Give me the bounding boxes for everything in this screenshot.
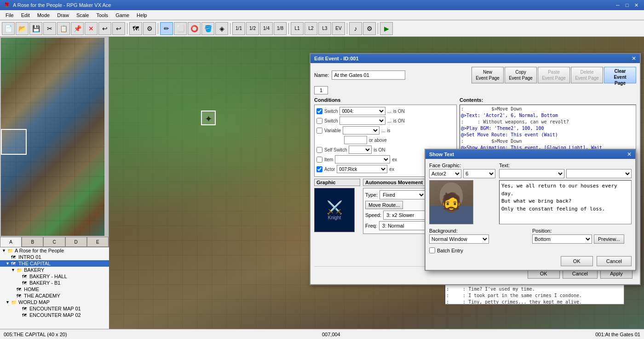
preview-btn[interactable]: Preview...: [594, 234, 624, 244]
rect-btn[interactable]: ⬜: [174, 22, 187, 35]
tree-root[interactable]: ▼ 📁 A Rose for the People: [0, 247, 109, 254]
tree-item-world-map[interactable]: ▼ 📁 WORLD MAP: [0, 299, 109, 305]
cut-btn[interactable]: ✂: [43, 22, 56, 35]
tile-panel: A B C D E ▼ 📁 A Rose for the People 🗺 IN…: [0, 37, 109, 329]
switch1-check[interactable]: [316, 108, 322, 114]
self-switch-check[interactable]: [316, 147, 322, 153]
music-btn[interactable]: ♪: [349, 22, 362, 35]
map-btn[interactable]: 🗺: [129, 22, 142, 35]
title-bar-controls[interactable]: ─ □ ✕: [614, 1, 640, 9]
background-combo[interactable]: Normal Window: [429, 234, 489, 244]
self-switch-combo[interactable]: [349, 146, 372, 154]
new-project-btn[interactable]: 📄: [2, 22, 15, 35]
maximize-button[interactable]: □: [623, 1, 631, 9]
redo-btn[interactable]: ↩: [112, 22, 125, 35]
graphic-box[interactable]: ⚔️ Knight: [314, 188, 355, 232]
item-combo[interactable]: [335, 155, 390, 164]
tree-item-encounter02[interactable]: 🗺 ENCOUNTER MAP 02: [0, 312, 109, 318]
tree-item-bakery[interactable]: ▼ 📁 BAKERY: [0, 267, 109, 273]
settings-btn[interactable]: ⚙: [363, 22, 376, 35]
copy-btn2[interactable]: 📋: [57, 22, 70, 35]
save-btn[interactable]: 💾: [29, 22, 42, 35]
contents-box[interactable]: : $>Move Down @>Text: 'Actor2', 6, Norma…: [460, 105, 636, 151]
tile-tab-a[interactable]: A: [0, 237, 22, 247]
switch1-combo[interactable]: 0004:: [339, 107, 385, 115]
event-btn[interactable]: ⚙: [143, 22, 156, 35]
type-combo[interactable]: Fixed: [380, 190, 426, 199]
show-text-close-btn[interactable]: ✕: [627, 151, 632, 158]
menu-edit[interactable]: Edit: [17, 12, 34, 19]
switch1-ellipsis[interactable]: ...: [387, 109, 391, 114]
variable-check[interactable]: [316, 128, 322, 134]
layer1-btn[interactable]: L1: [291, 22, 304, 35]
conditions-title: Conditions: [314, 97, 457, 103]
switch2-ellipsis[interactable]: ...: [387, 118, 391, 123]
text-combo2[interactable]: [566, 169, 632, 178]
face-combo1[interactable]: Actor2: [429, 169, 461, 178]
item-check[interactable]: [316, 157, 322, 163]
tree-item-encounter01[interactable]: 🗺 ENCOUNTER MAP 01: [0, 305, 109, 312]
tree-label-capital: THE CAPITAL: [18, 261, 51, 266]
pencil-btn[interactable]: ✏: [160, 22, 173, 35]
tile-palette[interactable]: [1, 38, 104, 236]
menu-mode[interactable]: Mode: [34, 12, 54, 19]
text-combo1[interactable]: [499, 169, 564, 178]
position-combo[interactable]: Bottom: [532, 234, 592, 244]
tile-tab-e[interactable]: E: [87, 237, 109, 247]
zoom-half-btn[interactable]: 1/2: [246, 22, 259, 35]
actor-check[interactable]: [316, 166, 322, 172]
play-btn[interactable]: ▶: [380, 22, 393, 35]
menu-scale[interactable]: Scale: [73, 12, 93, 19]
show-text-ok-btn[interactable]: OK: [561, 256, 593, 266]
zoom-quarter-btn[interactable]: 1/4: [260, 22, 273, 35]
variable-combo[interactable]: [343, 126, 380, 134]
copy-event-page-btn[interactable]: CopyEvent Page: [505, 67, 537, 83]
shadow-btn[interactable]: ◈: [215, 22, 228, 35]
switch2-check[interactable]: [316, 118, 322, 124]
new-event-page-btn[interactable]: NewEvent Page: [472, 67, 504, 83]
delete-btn2[interactable]: ✕: [85, 22, 98, 35]
undo-btn[interactable]: ↩: [98, 22, 111, 35]
tile-tab-b[interactable]: B: [22, 237, 43, 247]
batch-check[interactable]: [429, 247, 435, 253]
face-combo2[interactable]: 6: [463, 169, 495, 178]
tile-tab-d[interactable]: D: [65, 237, 87, 247]
tree-item-intro01[interactable]: 🗺 INTRO 01: [0, 254, 109, 260]
tree-item-capital[interactable]: ▼ 🗺 THE CAPITAL: [0, 260, 109, 267]
graphic-title: Graphic: [314, 179, 360, 186]
face-graphic-box[interactable]: 👴 🧔: [429, 180, 473, 224]
fill-btn[interactable]: 🪣: [201, 22, 214, 35]
paste-event-page-btn[interactable]: PasteEvent Page: [538, 67, 570, 83]
tree-item-bakery-b1[interactable]: 🗺 BAKERY - B1: [0, 280, 109, 286]
switch2-combo[interactable]: [339, 117, 385, 125]
layer2-btn[interactable]: L2: [305, 22, 317, 35]
show-text-cancel-btn[interactable]: Cancel: [597, 256, 632, 266]
text-content-area[interactable]: Yes, we all return to our houses every d…: [499, 180, 632, 224]
tree-item-bakery-hall[interactable]: 🗺 BAKERY - HALL: [0, 273, 109, 280]
event-layer-btn[interactable]: EV: [332, 22, 345, 35]
tree-item-academy[interactable]: 🗺 THE ACADEMY: [0, 292, 109, 299]
layer3-btn[interactable]: L3: [318, 22, 331, 35]
menu-draw[interactable]: Draw: [53, 12, 73, 19]
delete-event-page-btn[interactable]: DeleteEvent Page: [571, 67, 603, 83]
minimize-button[interactable]: ─: [614, 1, 622, 9]
move-route-btn[interactable]: Move Route...: [365, 201, 403, 209]
menu-game[interactable]: Game: [112, 12, 133, 19]
paste-btn2[interactable]: 📌: [71, 22, 84, 35]
open-btn[interactable]: 📂: [16, 22, 29, 35]
circle-btn[interactable]: ⭕: [188, 22, 201, 35]
edit-event-close-btn[interactable]: ✕: [632, 55, 636, 62]
zoom-1x-btn[interactable]: 1/1: [232, 22, 245, 35]
clear-event-page-btn[interactable]: ClearEvent Page: [604, 67, 636, 83]
zoom-eighth-btn[interactable]: 1/8: [274, 22, 287, 35]
menu-tools[interactable]: Tools: [92, 12, 112, 19]
name-input[interactable]: [332, 70, 405, 80]
actor-combo[interactable]: 007:Rick: [337, 165, 387, 173]
tree-item-home[interactable]: 🗺 HOME: [0, 286, 109, 292]
variable-ellipsis[interactable]: ...: [381, 128, 385, 133]
menu-file[interactable]: File: [2, 12, 17, 19]
menu-help[interactable]: Help: [133, 12, 151, 19]
tile-tab-c[interactable]: C: [43, 237, 65, 247]
variable-value-input[interactable]: [344, 136, 367, 144]
close-button[interactable]: ✕: [632, 1, 640, 9]
